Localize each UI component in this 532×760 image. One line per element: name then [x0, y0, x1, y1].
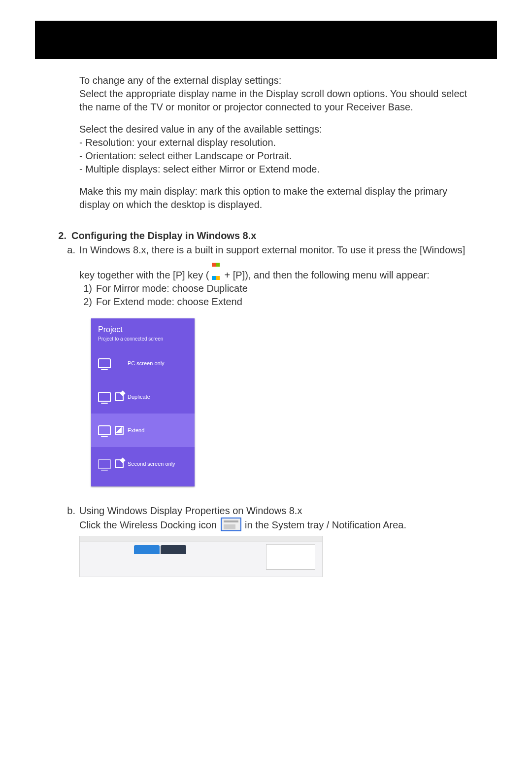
list-text: Using Windows Display Properties on Wind…: [79, 504, 406, 532]
panel-option-label: Second screen only: [128, 461, 175, 467]
screenshot-charm-panel: [266, 544, 315, 570]
monitor-icon: [98, 425, 111, 435]
panel-option-extend: Extend: [91, 414, 195, 447]
spacer: [79, 114, 480, 123]
list-text: In Windows 8.x, there is a built in supp…: [79, 243, 480, 282]
section-2-heading: 2. Configuring the Display in Windows 8.…: [52, 230, 480, 242]
panel-option-label: Duplicate: [128, 394, 150, 400]
text-fragment: Click the Wireless Docking icon: [79, 519, 220, 530]
pen-icon: [115, 459, 124, 468]
panel-option-label: Extend: [128, 427, 144, 433]
document-page: To change any of the external display se…: [0, 21, 532, 760]
page-content: To change any of the external display se…: [52, 74, 480, 577]
intro-line: Make this my main display: mark this opt…: [79, 185, 480, 211]
extend-icon: [115, 426, 124, 435]
text-fragment: in the System tray / Notification Area.: [242, 519, 406, 530]
intro-line: To change any of the external display se…: [79, 74, 480, 87]
panel-title: Project: [91, 318, 195, 336]
mode-text: For Extend mode: choose Extend: [96, 295, 242, 309]
intro-line: Select the desired value in any of the a…: [79, 123, 480, 136]
intro-block: To change any of the external display se…: [79, 74, 480, 211]
text-line: Click the Wireless Docking icon in the S…: [79, 518, 406, 532]
panel-option-duplicate: Duplicate: [91, 380, 195, 414]
screenshot-topbar: [80, 536, 322, 542]
windows8-start-screenshot: [79, 536, 323, 577]
pen-icon: [115, 392, 124, 401]
intro-bullet: - Multiple displays: select either Mirro…: [79, 163, 480, 176]
intro-bullet: - Orientation: select either Landscape o…: [79, 149, 480, 163]
mode-list: 1) For Mirror mode: choose Duplicate 2) …: [79, 282, 480, 309]
panel-option-pc-only: PC screen only: [91, 346, 195, 380]
panel-option-second-only: Second screen only: [91, 447, 195, 481]
monitor-icon: [98, 358, 111, 368]
intro-bullet: - Resolution: your external display reso…: [79, 136, 480, 149]
header-bar: [35, 21, 497, 59]
text-fragment: + [P]), and then the following menu will…: [222, 270, 430, 280]
mode-line: 1) For Mirror mode: choose Duplicate: [79, 282, 480, 295]
project-panel-screenshot: Project Project to a connected screen PC…: [91, 318, 195, 486]
mode-text: For Mirror mode: choose Duplicate: [96, 282, 248, 295]
monitor-icon: [98, 459, 111, 469]
section-2b: b. Using Windows Display Properties on W…: [52, 504, 480, 532]
tile-icon: [161, 545, 186, 554]
section-number: 2.: [52, 230, 66, 242]
screenshot-tiles: [134, 545, 186, 554]
intro-line: Select the appropriate display name in t…: [79, 87, 480, 114]
list-letter: b.: [63, 504, 75, 532]
tile-icon: [134, 545, 160, 554]
spacer: [79, 176, 480, 185]
windows-key-icon: [212, 257, 222, 267]
monitor-icon: [98, 392, 111, 402]
panel-option-label: PC screen only: [128, 360, 165, 366]
mode-number: 2): [79, 295, 92, 309]
wireless-docking-tray-icon: [221, 518, 241, 531]
section-title: Configuring the Display in Windows 8.x: [71, 230, 256, 242]
list-letter: a.: [63, 243, 75, 282]
mode-line: 2) For Extend mode: choose Extend: [79, 295, 480, 309]
section-2a: a. In Windows 8.x, there is a built in s…: [52, 243, 480, 282]
panel-subtitle: Project to a connected screen: [91, 336, 195, 346]
mode-number: 1): [79, 282, 92, 295]
text-line: Using Windows Display Properties on Wind…: [79, 504, 406, 518]
